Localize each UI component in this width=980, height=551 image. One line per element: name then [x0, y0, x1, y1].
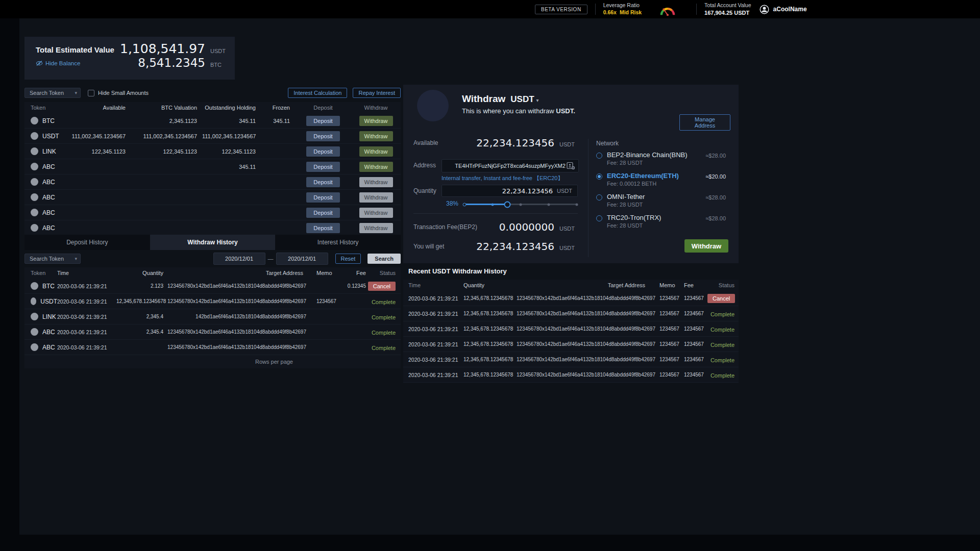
btc-unit: BTC: [205, 62, 228, 68]
interest-calculation-button[interactable]: Interest Calculation: [288, 88, 347, 98]
withdraw-button[interactable]: Withdraw: [359, 162, 393, 172]
radio-icon: [596, 215, 602, 221]
col-outstanding-holding: Outstanding Holding: [202, 105, 261, 111]
asset-avatar: [417, 90, 449, 121]
token-icon: [31, 163, 38, 170]
slider-percent: 38%: [446, 200, 458, 207]
network-option[interactable]: ERC20-Ethereum(ETH) Fee: 0.00012 BETH ≈$…: [596, 172, 726, 187]
network-name: TRC20-Tron(TRX): [607, 214, 661, 221]
withdraw-button[interactable]: Withdraw: [359, 131, 393, 141]
deposit-button[interactable]: Deposit: [306, 192, 340, 203]
manage-address-button[interactable]: Manage Address: [679, 114, 730, 131]
slider-handle[interactable]: [504, 201, 510, 208]
withdraw-submit-button[interactable]: Withdraw: [684, 239, 728, 253]
search-button[interactable]: Search: [368, 254, 401, 264]
hide-balance-label: Hide Balance: [45, 60, 80, 66]
quantity-value: 12,345,678.12345678: [463, 341, 517, 347]
memo-value: 1234567: [659, 295, 684, 301]
cancel-button[interactable]: Cancel: [368, 282, 396, 291]
radio-icon: [596, 173, 602, 180]
withdraw-panel: Withdraw USDT ▾ This is where you can wi…: [403, 85, 739, 263]
table-row: 2020-03-06 21:39:21 12,345,678.12345678 …: [403, 337, 739, 352]
history-tab[interactable]: Withdraw History: [150, 235, 276, 250]
date-to-input[interactable]: [276, 253, 328, 265]
reset-button[interactable]: Reset: [335, 254, 361, 264]
col-token: Token: [24, 105, 67, 111]
fee-value: 1234567: [684, 357, 707, 362]
fee-value: 1234567: [684, 326, 707, 332]
deposit-button[interactable]: Deposit: [306, 208, 340, 218]
hide-balance-link[interactable]: Hide Balance: [36, 60, 80, 66]
network-option[interactable]: OMNI-Tether Fee: 28 USDT ≈$28.00: [596, 193, 726, 208]
available-value: 111,002,345.1234567: [67, 133, 131, 139]
withdraw-button[interactable]: Withdraw: [359, 146, 393, 157]
internal-transfer-note[interactable]: Internal transfer, Instant and fee-free …: [442, 174, 563, 182]
history-tab[interactable]: Interest History: [275, 235, 401, 250]
deposit-button[interactable]: Deposit: [306, 131, 340, 141]
address-book-icon[interactable]: [567, 162, 575, 170]
chevron-down-icon: ▾: [67, 90, 77, 95]
table-row: 2020-03-06 21:39:21 12,345,678.12345678 …: [403, 352, 739, 367]
col-frozen: Frozen: [261, 105, 295, 111]
deposit-button[interactable]: Deposit: [306, 162, 340, 172]
deposit-button[interactable]: Deposit: [306, 223, 340, 233]
hide-small-amounts-checkbox[interactable]: [88, 90, 94, 96]
fee-value: 1234567: [684, 311, 707, 316]
repay-interest-button[interactable]: Repay Interest: [353, 88, 401, 98]
slider-tick[interactable]: [463, 203, 467, 206]
col-withdraw: Withdraw: [351, 105, 401, 111]
balances-table: Token Available BTC Valuation Outstandin…: [24, 102, 401, 236]
slider-tick[interactable]: [548, 203, 550, 206]
status-badge: Complete: [372, 314, 396, 320]
deposit-button[interactable]: Deposit: [306, 177, 340, 187]
withdraw-button[interactable]: Withdraw: [359, 177, 393, 187]
slider-tick[interactable]: [492, 203, 494, 206]
radio-icon: [596, 153, 602, 159]
token-icon: [31, 313, 38, 320]
fee-unit: USDT: [554, 226, 578, 232]
table-row: BTC 2020-03-06 21:39:21 2.123 123456780x…: [24, 279, 401, 294]
asset-selector[interactable]: USDT: [510, 94, 534, 105]
network-option[interactable]: TRC20-Tron(TRX) Fee: 28 USDT ≈$28.00: [596, 214, 726, 229]
withdraw-button[interactable]: Withdraw: [359, 208, 393, 218]
token-icon: [31, 224, 38, 232]
topbar: BETA VERSION Leverage Ratio 0.66xMid Ris…: [0, 0, 980, 18]
rows-per-page-label[interactable]: Rows per page: [255, 359, 293, 365]
withdraw-button[interactable]: Withdraw: [359, 192, 393, 203]
token-name: ABC: [42, 329, 55, 336]
quantity-input[interactable]: 22,234.123456 USDT: [442, 185, 578, 197]
chevron-down-icon: ▾: [67, 256, 77, 261]
status-badge: Complete: [372, 330, 396, 336]
history-tab[interactable]: Deposit History: [24, 235, 150, 250]
network-usd-fee: ≈$28.00: [705, 215, 726, 221]
deposit-button[interactable]: Deposit: [306, 116, 340, 126]
target-address-value: 123456780x142bd1ae6f46a4132b18104d8abddd…: [167, 283, 311, 289]
search-token-select[interactable]: Search Token ▾: [24, 88, 81, 98]
col-deposit: Deposit: [295, 105, 351, 111]
col-fee: Fee: [343, 270, 366, 276]
date-from-input[interactable]: [213, 253, 265, 265]
cancel-button[interactable]: Cancel: [707, 294, 735, 303]
slider-tick[interactable]: [520, 203, 522, 206]
user-menu[interactable]: aCoolName: [760, 5, 807, 14]
target-address-value: 142bd1ae6f46a4132b18104d8abddd49f8b42697: [167, 314, 311, 319]
quantity-slider[interactable]: [464, 200, 577, 208]
withdraw-button[interactable]: Withdraw: [359, 223, 393, 233]
col-fee: Fee: [684, 282, 707, 288]
deposit-button[interactable]: Deposit: [306, 146, 340, 157]
memo-value: 1234567: [659, 326, 684, 332]
network-fee: Fee: 0.00012 BETH: [607, 181, 679, 187]
slider-tick[interactable]: [576, 203, 578, 206]
table-row: 2020-03-06 21:39:21 12,345,678.12345678 …: [403, 367, 739, 383]
balances-table-header: Token Available BTC Valuation Outstandin…: [24, 102, 401, 113]
quantity-unit: USDT: [557, 188, 572, 194]
withdraw-button[interactable]: Withdraw: [359, 116, 393, 126]
risk-gauge-icon: [652, 2, 683, 17]
time-value: 2020-03-06 21:39:21: [403, 357, 463, 363]
network-option[interactable]: BEP2-Binance Chain(BNB) Fee: 28 USDT ≈$2…: [596, 151, 726, 166]
token-name: LINK: [42, 313, 56, 320]
history-search-token-select[interactable]: Search Token ▾: [24, 254, 81, 264]
fee-value: 0.12345: [343, 283, 366, 289]
token-icon: [31, 328, 38, 336]
address-input[interactable]: TE4HTrPFuzNjGFp2T8xca64suzpMFyyXM2: [442, 159, 579, 172]
